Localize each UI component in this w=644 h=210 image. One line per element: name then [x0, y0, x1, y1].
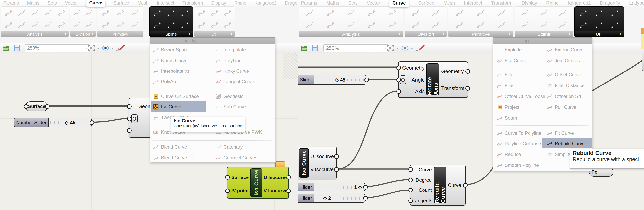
menu-item-pull-curve[interactable]: Pull Curve [547, 102, 576, 112]
toolbar-icon[interactable] [476, 9, 485, 17]
surface-input-nub[interactable] [24, 104, 28, 109]
menu-item-blend-curve-pt[interactable]: Blend Curve Pt [153, 153, 193, 163]
count-slider-out-nub[interactable] [363, 196, 368, 200]
menu-item-offset-curve[interactable]: Offset Curve [547, 70, 581, 80]
toolbar-icon[interactable] [476, 21, 485, 29]
group-label-division[interactable]: Division⬇ [405, 31, 446, 37]
chevron-down-icon[interactable]: ▾ [411, 47, 413, 50]
toolbar-icon[interactable] [347, 21, 355, 29]
chevron-down-icon[interactable]: ▾ [112, 47, 113, 50]
chevron-down-icon[interactable]: ▾ [397, 47, 398, 50]
toolbar-icon[interactable] [595, 21, 604, 29]
menu-item-curve-to-polyline[interactable]: Curve To Polyline [496, 128, 541, 138]
iso-v-out-nub[interactable] [334, 167, 339, 172]
chevron-down-icon[interactable]: ▾ [97, 47, 99, 50]
iso-curve-caps­ule[interactable]: Iso Curve [299, 148, 309, 178]
toolbar-icon[interactable] [306, 21, 314, 29]
save-file-icon[interactable] [13, 44, 21, 52]
toolbar-icon[interactable] [306, 9, 314, 17]
group-label-spline[interactable]: Spline⬇ [515, 31, 573, 37]
number-slider-output-nub[interactable] [90, 120, 94, 125]
angle-slider[interactable]: Slider ◇ 45 [298, 75, 366, 84]
group-label-primitive[interactable]: Primitive⬇ [448, 31, 513, 37]
group-label-util[interactable]: Util⬇ [194, 31, 235, 37]
menu-item-catenary[interactable]: Catenary [216, 142, 242, 152]
toolbar-icon[interactable] [326, 9, 335, 17]
toolbar-icon[interactable] [579, 9, 588, 17]
number-slider-track[interactable]: ◇ 45 [49, 118, 92, 127]
po-node-fragment[interactable]: Po [589, 168, 614, 176]
rebuild-count-in-nub[interactable] [408, 188, 413, 192]
toolbar-icon[interactable] [455, 21, 464, 29]
group-label-spline[interactable]: Spline⬇ [150, 31, 192, 37]
toolbar-icon[interactable] [197, 21, 206, 29]
rotate-angle-in-nub[interactable] [396, 78, 401, 82]
angle-slider-output-nub[interactable] [364, 78, 369, 82]
menu-dragonfly[interactable]: Dragonfly [285, 0, 298, 6]
iso-surface-nub[interactable] [225, 175, 230, 180]
menu-kangaroo2[interactable]: Kangaroo2 [568, 0, 591, 6]
toolbar-icon[interactable] [347, 9, 355, 17]
iso-u-out-nub[interactable] [334, 154, 339, 159]
toolbar-icon[interactable] [540, 9, 548, 17]
rebuild-degree-in-nub[interactable] [408, 178, 413, 182]
menu-maths[interactable]: Maths [27, 0, 40, 6]
toolbar-icon[interactable] [411, 21, 420, 29]
menu-item-offset-curve-loose[interactable]: Offset Curve Loose [496, 91, 545, 102]
menu-rhino[interactable]: Rhino [546, 0, 559, 6]
toolbar-icon[interactable] [167, 21, 176, 29]
menu-item-sub-curve[interactable]: Sub Curve [216, 102, 246, 112]
menu-kangaroo2[interactable]: Kangaroo2 [254, 0, 277, 6]
toolbar-icon[interactable] [153, 9, 162, 17]
group-label-analysis[interactable]: Analysis⬇ [299, 31, 403, 37]
toolbar-icon[interactable] [30, 21, 39, 29]
rotate-axis-in-nub[interactable] [396, 89, 401, 94]
menu-item-join-curves[interactable]: Join Curves [547, 56, 580, 66]
toolbar-icon[interactable] [388, 21, 396, 29]
toolbar-icon[interactable] [367, 9, 376, 17]
menu-item-polyline-collapse[interactable]: Polyline Collapse [496, 138, 541, 149]
rotate-axis-node[interactable]: Rotate Axis Geometry Angle Axis Geometry… [398, 62, 468, 98]
menu-sets[interactable]: Sets [348, 0, 358, 6]
iso-curve-capsule[interactable]: Iso Curve [250, 168, 262, 197]
toolbar-icon[interactable] [579, 21, 588, 29]
menu-item-offset-on-srf[interactable]: Offset on Srf [547, 91, 581, 102]
degree-slider-value[interactable]: 1 ◇ [353, 184, 363, 190]
menu-item-project[interactable]: Project [496, 102, 520, 112]
menu-item-reduce[interactable]: Reduce [496, 149, 521, 160]
iso-uvpoint-nub[interactable] [225, 188, 230, 193]
degree-slider[interactable]: lider 1 ◇ [298, 183, 365, 192]
toolbar-icon[interactable] [57, 9, 66, 17]
menu-item-smooth-polyline[interactable]: Smooth Polyline [496, 160, 539, 170]
menu-display[interactable]: Display [211, 0, 226, 6]
menu-vector[interactable]: Vector [65, 0, 78, 6]
rebuild-curve-out-nub[interactable] [463, 183, 468, 188]
toolbar-icon[interactable] [131, 21, 139, 29]
menu-sets[interactable]: Sets [48, 0, 57, 6]
count-slider-value[interactable]: ◇ 2 [322, 196, 332, 201]
menu-item-interpolate-t[interactable]: Interpolate (t) [153, 66, 189, 76]
toolbar-icon[interactable] [326, 21, 335, 29]
toolbar-icon[interactable] [367, 21, 376, 29]
menu-item-extend-curve[interactable]: Extend Curve [547, 45, 583, 55]
menu-mesh[interactable]: Mesh [138, 0, 148, 6]
toolbar-icon[interactable] [610, 9, 619, 17]
geo-axis-input-nub[interactable] [127, 128, 132, 133]
toolbar-icon[interactable] [101, 21, 110, 29]
rebuild-curve-in-nub[interactable] [408, 167, 413, 172]
menu-intersect[interactable]: Intersect [157, 0, 174, 6]
degree-slider-out-nub[interactable] [363, 185, 368, 190]
group-label-division[interactable]: Division⬇ [70, 31, 96, 37]
toolbar-icon[interactable] [30, 9, 39, 17]
number-slider-value[interactable]: ◇ 45 [64, 120, 76, 126]
menu-dragonfly[interactable]: Dragonfly [600, 0, 620, 6]
toolbar-icon[interactable] [558, 21, 567, 29]
menu-item-blend-curve[interactable]: Blend Curve [153, 142, 187, 152]
toolbar-icon[interactable] [17, 21, 26, 29]
menu-item-flip-curve[interactable]: Flip Curve [496, 56, 526, 66]
zoom-extents-icon[interactable] [386, 44, 394, 52]
toolbar-icon[interactable] [17, 9, 26, 17]
toolbar-icon[interactable] [116, 21, 124, 29]
menu-item-bezier-span[interactable]: Bezier Span [153, 45, 187, 55]
toolbar-icon[interactable] [595, 9, 604, 17]
